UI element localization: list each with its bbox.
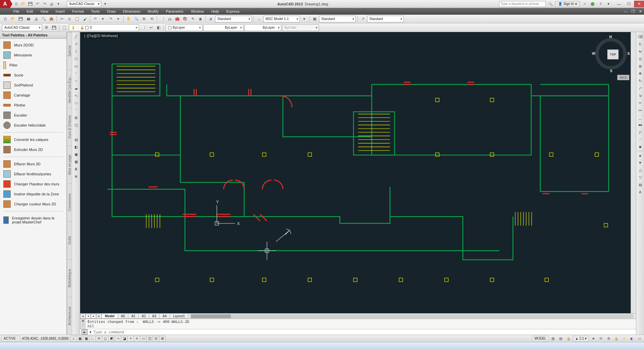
layout-tab[interactable]: Layout1: [170, 314, 188, 319]
layer-previous-icon[interactable]: ↩: [148, 24, 154, 31]
palette-item[interactable]: Escalier: [0, 110, 66, 120]
annovisibility-icon[interactable]: ★: [590, 335, 597, 342]
workspace-dropdown[interactable]: AutoCAD Classic: [2, 24, 42, 31]
model-viewport[interactable]: [−][Top][2D Wireframe]: [80, 32, 636, 313]
palette-item[interactable]: Pilier: [0, 60, 66, 70]
zoom-window-icon[interactable]: ⧉: [141, 16, 147, 22]
save-icon[interactable]: 💾: [17, 16, 24, 22]
color-dropdown[interactable]: ByLayer: [166, 24, 202, 31]
workspace-selector[interactable]: AutoCAD Classic: [67, 1, 101, 7]
layer-dropdown[interactable]: 💡 ☼ 🔓 0: [69, 24, 139, 31]
polar-toggle[interactable]: ✳: [96, 336, 102, 342]
block-icon[interactable]: ◫: [73, 122, 79, 128]
undo-list-icon[interactable]: ▾: [100, 16, 106, 22]
grid-toggle[interactable]: ▦: [83, 336, 90, 342]
redo-icon[interactable]: ↷: [107, 16, 114, 22]
redo-list-icon[interactable]: ▾: [115, 16, 122, 22]
open-icon[interactable]: 📂: [20, 1, 26, 7]
ws-switch-icon[interactable]: ⚙: [605, 335, 612, 342]
palette-item[interactable]: Carrelage: [0, 90, 66, 100]
layout-tab[interactable]: A0: [118, 314, 128, 319]
layer-states-icon[interactable]: 📑: [140, 24, 147, 31]
line-icon[interactable]: ╱: [73, 33, 79, 40]
palette-item[interactable]: Effacer Murs 3D: [0, 159, 66, 169]
plot-icon[interactable]: 🖨: [33, 16, 39, 22]
fillet-icon[interactable]: ◜: [637, 136, 644, 143]
stretch-icon[interactable]: ⇲: [637, 92, 644, 99]
erase-icon[interactable]: ⌫: [637, 33, 644, 40]
lwt-toggle[interactable]: ≡: [134, 336, 140, 342]
palette-tab[interactable]: Vues & Ombres: [67, 108, 72, 146]
insert-icon[interactable]: ⊞: [73, 114, 79, 121]
tablestyle-icon[interactable]: ▦: [311, 16, 318, 22]
os-taskbar[interactable]: [0, 342, 644, 350]
compass-s[interactable]: S: [610, 69, 612, 73]
toolbar-lock-icon[interactable]: 🔒: [613, 335, 620, 342]
markup-icon[interactable]: ✎: [189, 16, 196, 22]
scale-icon[interactable]: ⤢: [637, 85, 644, 92]
scrollbar-horizontal[interactable]: [191, 314, 633, 318]
workspace-gear-icon[interactable]: ▾: [102, 1, 109, 7]
doc-close-button[interactable]: ✕: [637, 8, 644, 15]
draworderabove-icon[interactable]: △: [637, 167, 644, 173]
exchange-icon[interactable]: ✕: [581, 1, 588, 7]
rectangle-icon[interactable]: ▭: [73, 63, 79, 69]
dimstyle-drop-icon[interactable]: ▾: [301, 16, 308, 22]
palette-item[interactable]: Sol/Plafond: [0, 80, 66, 90]
addsel-icon[interactable]: ⊕: [73, 173, 79, 180]
circle-icon[interactable]: ○: [73, 77, 79, 84]
tabnav-prev[interactable]: ◂: [86, 314, 91, 319]
ortho-toggle[interactable]: ∟: [89, 336, 96, 342]
am-toggle[interactable]: ⊞: [159, 336, 166, 342]
palette-item[interactable]: Enregistrer dessin dans le projet Master…: [0, 213, 66, 227]
command-line[interactable]: ▸ ▾: [80, 329, 636, 335]
status-scale[interactable]: ▲ 1:1 ▾: [573, 336, 589, 341]
layout-tab-model[interactable]: Model: [102, 314, 118, 319]
spline-icon[interactable]: ∿: [73, 92, 79, 99]
mleaderstyle-icon[interactable]: ↗: [359, 16, 366, 22]
mleader-style-dropdown[interactable]: Standard: [367, 16, 404, 22]
app-menu-button[interactable]: A: [0, 0, 10, 8]
zoom-prev-icon[interactable]: ⟲: [148, 16, 155, 22]
menu-modify[interactable]: Modify: [144, 9, 162, 14]
gradient-icon[interactable]: ◧: [73, 144, 79, 150]
layout-tab[interactable]: A3: [149, 314, 160, 319]
menu-express[interactable]: Express: [223, 9, 243, 14]
textfront-icon[interactable]: A: [637, 189, 644, 195]
minimize-button[interactable]: —: [614, 1, 624, 7]
draworderbottom-icon[interactable]: ▼: [637, 159, 644, 166]
otrack-toggle[interactable]: ⇢: [115, 336, 121, 342]
toolpalettes-icon[interactable]: 🧰: [174, 16, 181, 22]
palette-item[interactable]: Plinthe: [0, 100, 66, 110]
cut-icon[interactable]: ✂: [58, 16, 65, 22]
palette-item[interactable]: Changer couleur Murs 2D: [0, 199, 66, 209]
quickview-drawings-icon[interactable]: ▤: [557, 335, 564, 342]
keepconnected-icon[interactable]: ⬤: [589, 1, 596, 7]
palette-item[interactable]: Menuiserie: [0, 50, 66, 60]
palette-tab[interactable]: Identifier Les Équ...: [67, 70, 72, 108]
doc-restore-button[interactable]: ❐: [629, 8, 637, 15]
zoom-rt-icon[interactable]: 🔍: [133, 16, 140, 22]
publish-icon[interactable]: 📤: [48, 16, 55, 22]
menu-edit[interactable]: Edit: [23, 9, 36, 14]
menu-insert[interactable]: Insert: [52, 9, 68, 14]
command-prompt-icon[interactable]: ▸: [82, 329, 88, 335]
menu-tools[interactable]: Tools: [88, 9, 103, 14]
palette-tab[interactable]: Connexions: [67, 183, 72, 221]
palette-item[interactable]: Effacer fenêtres/portes: [0, 169, 66, 179]
hatchback-icon[interactable]: ▤: [637, 181, 644, 188]
drawing-canvas[interactable]: X Y: [80, 32, 636, 313]
dim-style-dropdown[interactable]: MSC Model 1-1: [263, 16, 300, 22]
menu-dimension[interactable]: Dimension: [120, 9, 144, 14]
viewcube[interactable]: N E S W TOP: [593, 35, 629, 72]
trim-icon[interactable]: ✂: [637, 100, 644, 106]
sc-toggle[interactable]: ⊡: [153, 336, 159, 342]
arc-icon[interactable]: ◜: [73, 70, 79, 77]
status-model[interactable]: MODEL: [532, 336, 549, 341]
polygon-icon[interactable]: ⬠: [73, 55, 79, 62]
palette-item[interactable]: Extruder Murs 2D: [0, 145, 66, 155]
offset-icon[interactable]: ◎: [637, 55, 644, 62]
ellipse-icon[interactable]: ⬭: [73, 100, 79, 106]
snap-toggle[interactable]: ▦: [76, 336, 83, 342]
drawordertop-icon[interactable]: ▲: [637, 152, 644, 159]
